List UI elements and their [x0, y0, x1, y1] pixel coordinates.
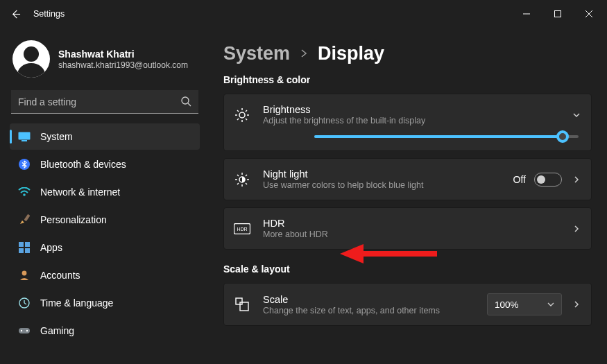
night-light-desc: Use warmer colors to help block blue lig…: [263, 180, 501, 190]
avatar: [12, 40, 50, 78]
slider-thumb[interactable]: [556, 130, 569, 143]
svg-rect-12: [24, 214, 30, 221]
personalization-icon: [18, 214, 31, 226]
bluetooth-icon: [18, 158, 31, 171]
breadcrumb: System Display: [223, 43, 592, 64]
svg-point-4: [24, 46, 39, 62]
svg-rect-21: [19, 328, 30, 333]
nav-item-accounts[interactable]: Accounts: [10, 262, 200, 288]
nav-item-gaming[interactable]: Gaming: [10, 318, 200, 344]
scale-card[interactable]: Scale Change the size of text, apps, and…: [223, 283, 592, 326]
gaming-icon: [18, 324, 31, 337]
nav-label: Gaming: [40, 325, 74, 336]
svg-point-22: [21, 330, 22, 331]
nav-item-network[interactable]: Network & internet: [10, 179, 200, 205]
night-light-toggle[interactable]: Off: [513, 173, 562, 187]
window-title: Settings: [33, 9, 65, 19]
nav-label: Time & language: [40, 297, 113, 309]
night-light-icon: [234, 171, 250, 188]
nav-list: System Bluetooth & devices Network & int…: [10, 123, 200, 344]
system-icon: [18, 130, 31, 143]
hdr-icon: HDR: [234, 220, 250, 237]
content-pane: System Display Brightness & color Bright…: [208, 28, 607, 364]
section-brightness-color: Brightness & color: [223, 74, 592, 85]
nav-item-bluetooth[interactable]: Bluetooth & devices: [10, 151, 200, 177]
scale-icon: [234, 296, 250, 313]
nav-label: Personalization: [40, 214, 107, 225]
svg-rect-15: [19, 248, 24, 253]
nav-label: System: [40, 131, 73, 142]
section-scale-layout: Scale & layout: [223, 263, 592, 275]
svg-line-39: [246, 183, 247, 184]
accounts-icon: [18, 269, 31, 281]
night-light-card[interactable]: Night light Use warmer colors to help bl…: [223, 158, 592, 200]
svg-rect-16: [25, 248, 30, 253]
brightness-desc: Adjust the brightness of the built-in di…: [263, 116, 559, 125]
scale-desc: Change the size of text, apps, and other…: [263, 306, 475, 315]
svg-line-40: [246, 175, 247, 176]
toggle-label: Off: [513, 174, 526, 185]
svg-rect-8: [19, 132, 31, 140]
maximize-button[interactable]: [542, 3, 573, 25]
scale-title: Scale: [263, 294, 475, 305]
chevron-right-icon[interactable]: [572, 224, 581, 234]
nav-item-apps[interactable]: Apps: [10, 234, 200, 261]
search-box[interactable]: [11, 90, 198, 114]
svg-point-23: [26, 330, 28, 331]
hdr-card[interactable]: HDR HDR More about HDR: [223, 207, 592, 250]
night-light-title: Night light: [263, 168, 501, 180]
time-icon: [18, 297, 31, 309]
nav-item-time-language[interactable]: Time & language: [10, 290, 200, 316]
chevron-right-icon[interactable]: [572, 300, 581, 309]
brightness-icon: [234, 107, 250, 123]
svg-point-24: [239, 112, 245, 118]
sidebar: Shashwat Khatri shashwat.khatri1993@outl…: [0, 28, 208, 364]
hdr-title: HDR: [263, 218, 559, 229]
titlebar: Settings: [0, 0, 607, 28]
nav-label: Bluetooth & devices: [40, 159, 126, 170]
brightness-slider[interactable]: [314, 135, 579, 138]
svg-line-29: [237, 110, 239, 112]
svg-point-17: [22, 271, 27, 276]
apps-icon: [18, 241, 31, 254]
breadcrumb-parent[interactable]: System: [223, 43, 290, 64]
nav-label: Network & internet: [40, 187, 120, 198]
svg-rect-9: [22, 140, 27, 141]
svg-line-7: [188, 103, 191, 106]
back-button[interactable]: [3, 1, 28, 26]
svg-rect-44: [236, 298, 242, 304]
svg-rect-1: [554, 11, 561, 17]
chevron-right-icon: [300, 46, 308, 61]
network-icon: [18, 186, 31, 198]
svg-line-38: [237, 175, 239, 176]
chevron-down-icon[interactable]: [572, 110, 581, 120]
minimize-button[interactable]: [511, 3, 542, 25]
close-button[interactable]: [573, 3, 604, 25]
user-email: shashwat.khatri1993@outlook.com: [58, 60, 188, 70]
svg-point-6: [182, 97, 189, 104]
svg-line-20: [24, 303, 26, 304]
svg-rect-13: [19, 242, 24, 247]
svg-line-32: [237, 119, 239, 120]
svg-point-5: [17, 63, 45, 78]
brightness-title: Brightness: [263, 104, 559, 115]
user-block[interactable]: Shashwat Khatri shashwat.khatri1993@outl…: [12, 40, 197, 78]
scale-value: 100%: [495, 300, 519, 310]
user-name: Shashwat Khatri: [58, 49, 188, 60]
toggle-switch[interactable]: [534, 173, 562, 187]
svg-line-31: [246, 110, 247, 112]
breadcrumb-current: Display: [318, 43, 384, 64]
search-icon: [180, 96, 191, 110]
scale-dropdown[interactable]: 100%: [487, 293, 562, 315]
svg-rect-45: [240, 302, 248, 311]
svg-text:HDR: HDR: [237, 227, 247, 232]
search-input[interactable]: [11, 90, 198, 114]
chevron-right-icon[interactable]: [572, 175, 581, 184]
nav-item-personalization[interactable]: Personalization: [10, 207, 200, 233]
svg-line-41: [237, 183, 239, 184]
brightness-card[interactable]: Brightness Adjust the brightness of the …: [223, 94, 592, 151]
nav-item-system[interactable]: System: [10, 123, 200, 150]
nav-label: Accounts: [40, 270, 80, 281]
nav-label: Apps: [40, 242, 62, 253]
svg-line-30: [246, 119, 247, 120]
